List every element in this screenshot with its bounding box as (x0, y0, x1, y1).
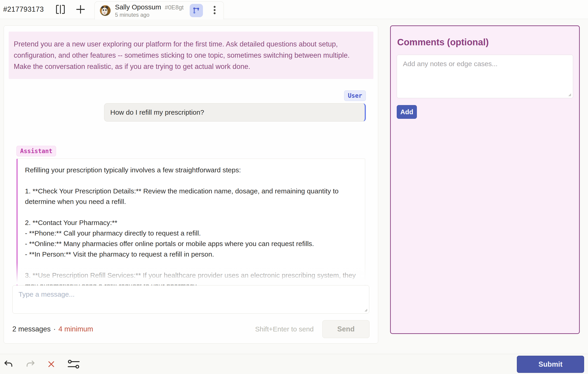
task-instructions: Pretend you are a new user exploring our… (9, 32, 373, 79)
task-id: #217793173 (3, 5, 44, 13)
comments-field-wrap (397, 55, 573, 98)
kebab-menu-icon (213, 5, 216, 16)
tab-menu-button[interactable] (212, 4, 217, 17)
minimum-required: 4 minimum (58, 325, 93, 333)
undo-icon (4, 360, 13, 369)
redo-button[interactable] (26, 360, 35, 369)
tab-conversation-id: #0E8gt (165, 4, 183, 11)
composer (12, 285, 369, 314)
split-columns-button[interactable] (55, 4, 66, 15)
comments-title: Comments (optional) (397, 37, 573, 47)
add-tab-button[interactable] (76, 5, 85, 14)
tab-user-name: Sally Opossum (115, 3, 161, 11)
count-separator: · (53, 325, 56, 333)
chat-footer: 2 messages · 4 minimum Shift+Enter to se… (12, 320, 369, 338)
chat-panel: Pretend you are a new user exploring our… (4, 25, 378, 343)
user-message-bubble: How do I refill my prescription? (104, 103, 366, 122)
message-count: 2 messages (12, 325, 51, 333)
conversation-flow-icon (192, 6, 201, 15)
top-bar: #217793173 (0, 0, 588, 19)
undo-button[interactable] (4, 360, 13, 369)
send-shortcut-hint: Shift+Enter to send (255, 325, 314, 333)
assistant-message: Assistant Refilling your prescription ty… (16, 146, 365, 290)
avatar (100, 5, 111, 16)
conversation-flow-button[interactable] (190, 4, 203, 17)
conversation-tab[interactable]: Sally Opossum #0E8gt 5 minutes ago (94, 1, 223, 20)
submit-button[interactable]: Submit (517, 356, 584, 373)
comments-input[interactable] (397, 55, 573, 98)
split-columns-icon (55, 4, 66, 15)
send-button[interactable]: Send (322, 320, 369, 338)
bottom-action-bar: Submit (0, 354, 588, 374)
user-message: User How do I refill my prescription? (16, 90, 366, 122)
assistant-role-badge: Assistant (16, 146, 56, 156)
discard-button[interactable] (48, 361, 55, 368)
tab-timestamp: 5 minutes ago (115, 12, 183, 18)
add-comment-button[interactable]: Add (397, 105, 417, 119)
tune-sliders-icon (67, 359, 80, 369)
assistant-message-box: Refilling your prescription typically in… (16, 159, 365, 290)
close-x-icon (48, 361, 55, 368)
message-list: Pretend you are a new user exploring our… (9, 32, 373, 290)
plus-icon (76, 5, 85, 14)
message-input[interactable] (12, 285, 369, 314)
user-role-badge: User (344, 90, 366, 101)
comments-panel: Comments (optional) Add (390, 25, 580, 334)
settings-button[interactable] (67, 359, 80, 369)
redo-icon (26, 360, 35, 369)
